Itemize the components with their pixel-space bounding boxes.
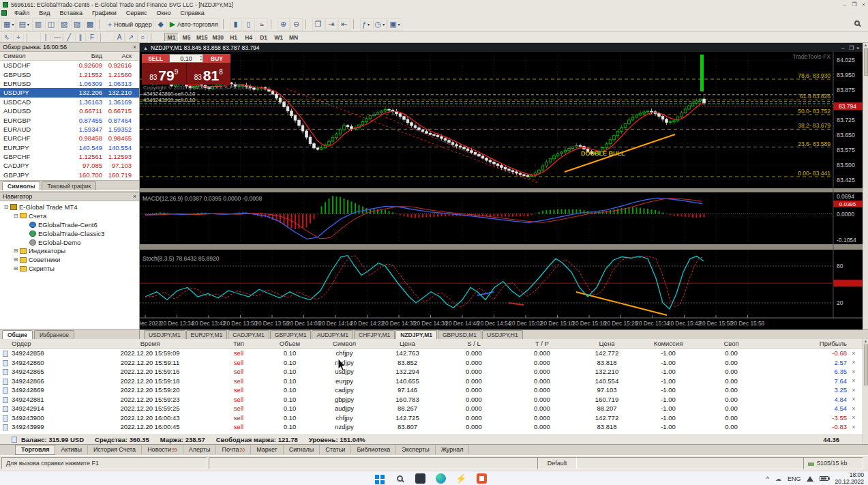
menu-item[interactable]: Вставка (55, 9, 87, 17)
bar-chart-button[interactable]: ▮ (230, 18, 242, 31)
terminal-tab-assets[interactable]: Активы (55, 445, 87, 454)
terminal-tab-alerts[interactable]: Алерты (183, 445, 217, 454)
tf-m1[interactable]: M1 (164, 33, 179, 42)
tile-windows-button[interactable]: ❐ (312, 18, 325, 31)
tf-h1[interactable]: H1 (226, 33, 241, 42)
tf-m5[interactable]: M5 (179, 33, 194, 42)
navigator-scripts[interactable]: ⊞ Скрипты (0, 264, 139, 273)
chart-tab-nzdjpy-m1[interactable]: NZDJPY,M1 (395, 330, 437, 339)
close-order-button[interactable]: × (847, 414, 860, 421)
expander-icon[interactable]: ⊟ (3, 204, 10, 210)
terminal-tab-library[interactable]: Библиотека (351, 445, 396, 454)
order-row[interactable]: 349243900 2022.12.20 16:00:43 sell 0.10 … (0, 413, 863, 423)
chart-tab-gbpjpy-m1[interactable]: GBPJPY,M1 (270, 330, 312, 339)
price-chart[interactable]: ▲NZDJPY,M1 83.845 83.858 83.787 83.794–❐… (140, 43, 863, 329)
shapes-tool[interactable]: ○ (137, 33, 148, 42)
text-tool[interactable]: A (114, 33, 125, 42)
market-watch-toggle[interactable]: ▥ (32, 18, 44, 31)
expander-icon[interactable]: ⊞ (12, 248, 19, 254)
terminal-tab-mail[interactable]: Почта20 (216, 445, 251, 454)
close-order-button[interactable]: × (847, 359, 860, 366)
taskbar-clock[interactable]: 18:00 20.12.2022 (835, 472, 864, 485)
strategy-tester-toggle[interactable]: ▩ (84, 18, 96, 31)
chart-tab-cadjpy-m1[interactable]: CADJPY,M1 (228, 330, 269, 339)
templates-menu-button[interactable]: ▣▾ (387, 18, 402, 31)
terminal-tab-journal[interactable]: Журнал (436, 445, 470, 454)
expander-icon[interactable]: ⊞ (12, 256, 19, 263)
account-eglobaltrade-classic3[interactable]: EGlobalTrade-Classic3 (0, 229, 139, 238)
account-eglobaltrade-cent6[interactable]: EGlobalTrade-Cent6 (0, 220, 139, 229)
tf-d1[interactable]: D1 (256, 33, 271, 42)
close-icon[interactable]: × (133, 44, 136, 50)
tf-w1[interactable]: W1 (271, 33, 286, 42)
market-watch-row[interactable]: USDCAD 1.36163 1.36169 (0, 98, 139, 106)
scroll-thumb[interactable] (864, 48, 868, 76)
terminal-toggle[interactable]: ▨ (71, 18, 83, 31)
arrows-tool[interactable]: ↗ (125, 33, 136, 42)
maximize-button[interactable]: ❐ (852, 1, 856, 8)
tab-symbols[interactable]: Символы (2, 181, 40, 190)
market-watch-row[interactable]: GBPCHF 1.12561 1.12593 (0, 152, 139, 161)
auto-scroll-button[interactable]: ⇥ (325, 18, 338, 31)
periods-menu-button[interactable]: ◷▾ (373, 18, 387, 31)
market-watch-row[interactable]: EURUSD 1.06309 1.06313 (0, 79, 139, 88)
market-watch-row[interactable]: USDCHF 0.92609 0.92616 (0, 61, 139, 70)
menu-item[interactable]: Справка (175, 9, 209, 17)
tab-tick-chart[interactable]: Тиковый график (42, 181, 96, 190)
cloud-icon[interactable]: ☁ (775, 475, 781, 482)
pinned-app-icon[interactable] (415, 473, 425, 484)
navigator-accounts-folder[interactable]: ⊟ Счета (0, 211, 139, 220)
terminal-tab-signals[interactable]: Сигналы (284, 445, 320, 454)
market-watch-row[interactable]: USDJPY 132.206 132.210 (0, 88, 139, 97)
chart-tab-usdjpy-m1[interactable]: USDJPY,M1 (144, 330, 185, 339)
bid-price-display[interactable]: 83 79 9 (142, 63, 186, 85)
terminal-tab-experts[interactable]: Эксперты (396, 445, 435, 454)
menu-item[interactable]: Файл (10, 9, 34, 17)
vertical-line-tool[interactable]: | (40, 33, 51, 42)
channel-tool[interactable]: ∥ (75, 33, 86, 42)
cursor-tool[interactable]: ⇖ (1, 33, 12, 42)
tab-common[interactable]: Общие (2, 330, 33, 339)
close-order-button[interactable]: × (847, 396, 860, 402)
tf-m15[interactable]: M15 (194, 33, 210, 42)
volume-stepper[interactable]: ▴▾ (200, 55, 202, 61)
close-order-button[interactable]: × (847, 387, 860, 394)
fibonacci-tool[interactable]: F (87, 33, 98, 42)
market-watch-row[interactable]: EURGBP 0.87455 0.87464 (0, 115, 139, 124)
tf-m30[interactable]: M30 (211, 33, 226, 42)
navigator-root[interactable]: ⊟ E-Global Trade MT4 (0, 203, 139, 211)
close-order-button[interactable]: × (847, 377, 860, 384)
terminal-tab-trade[interactable]: Торговля (15, 445, 55, 455)
candlestick-chart-button[interactable]: ▯ (243, 18, 255, 31)
sell-button[interactable]: SELL (142, 54, 169, 63)
terminal-tab-articles[interactable]: Статьи (320, 445, 351, 454)
market-watch-row[interactable]: CADJPY 97.085 97.103 (0, 161, 139, 170)
crosshair-tool[interactable]: + (13, 33, 24, 42)
chart-tab-gbpusd-m1[interactable]: GBPUSD,M1 (438, 330, 481, 339)
terminal-scrollbar[interactable]: ▲ (863, 339, 868, 444)
expander-icon[interactable]: ⊞ (12, 265, 19, 271)
navigator-indicators[interactable]: ⊞ Индикаторы (0, 246, 139, 255)
chart-scrollbar[interactable]: ▲ (863, 43, 868, 329)
close-order-button[interactable]: × (847, 405, 860, 412)
terminal-tab-news[interactable]: Новости99 (142, 445, 183, 454)
navigator-toggle[interactable]: ▧ (58, 18, 70, 31)
account-eglobal-demo[interactable]: EGlobal-Demo (0, 238, 139, 247)
expander-icon[interactable]: ⊟ (12, 213, 19, 219)
tab-favorites[interactable]: Избранное (34, 330, 74, 339)
market-watch-row[interactable]: EURCHF 0.98458 0.98465 (0, 134, 139, 143)
new-chart-button[interactable]: ▦▾ (1, 18, 16, 31)
terminal-tab-history[interactable]: История Счета (88, 445, 142, 454)
minimize-button[interactable]: – (843, 1, 846, 8)
autotrading-button[interactable]: ▶Авто-торговля (168, 18, 220, 31)
horizontal-line-tool[interactable]: — (52, 33, 63, 42)
close-icon[interactable]: × (133, 193, 136, 200)
close-order-button[interactable]: × (847, 350, 860, 357)
order-row[interactable]: 349242869 2022.12.20 15:59:20 sell 0.10 … (0, 385, 863, 395)
chart-shift-button[interactable]: ⇤ (338, 18, 350, 31)
close-order-button[interactable]: × (847, 368, 860, 375)
zoom-in-button[interactable]: ⊕ (278, 18, 290, 31)
data-window-toggle[interactable]: ◫ (45, 18, 57, 31)
title-bar[interactable]: 5696161: EGlobalTrade-Cent6 - E-Global T… (0, 0, 868, 9)
zoom-out-button[interactable]: ⊖ (290, 18, 303, 31)
